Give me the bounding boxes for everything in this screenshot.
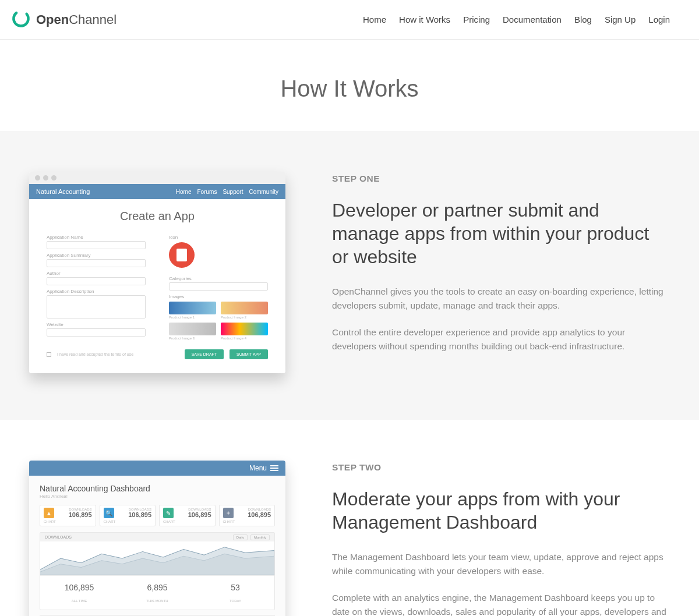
mock-label-website: Website bbox=[47, 322, 146, 327]
mock-label-author: Author bbox=[47, 271, 146, 276]
mock-textarea-desc bbox=[47, 295, 146, 318]
step-one-illustration: Natural Accounting Home Forums Support C… bbox=[29, 172, 285, 373]
mock-label-desc: Application Description bbox=[47, 289, 146, 294]
mock-site-name: Natural Accounting bbox=[36, 188, 90, 195]
mock-label-categories: Categories bbox=[169, 276, 268, 281]
logo-text: OpenChannel bbox=[36, 12, 116, 27]
mock-form-title: Create an App bbox=[47, 210, 268, 223]
logo[interactable]: OpenChannel bbox=[10, 8, 116, 31]
mock-img-cap-4: Product Image 4 bbox=[221, 337, 268, 340]
mock-tab-daily: Daily bbox=[233, 534, 248, 540]
mock-nav-home: Home bbox=[176, 189, 192, 195]
mock-dashboard-title: Natural Accounting Dashboard bbox=[40, 484, 275, 493]
mock-terms-text: I have read and accepted the terms of us… bbox=[57, 352, 179, 356]
nav-documentation[interactable]: Documentation bbox=[503, 15, 562, 24]
top-nav: Home How it Works Pricing Documentation … bbox=[363, 15, 670, 24]
mock-label-name: Application Name bbox=[47, 235, 146, 240]
mock-product-image-3 bbox=[169, 323, 216, 335]
mock-input-author bbox=[47, 277, 146, 285]
mock-label-summary: Application Summary bbox=[47, 253, 146, 258]
pencil-icon: ✎ bbox=[163, 508, 174, 518]
step-two-section: Menu Natural Accounting Dashboard Hello … bbox=[0, 420, 699, 616]
mock-nav-support: Support bbox=[223, 189, 243, 195]
mock-product-image-2 bbox=[221, 302, 268, 314]
step-one-paragraph-2: Control the entire developer experience … bbox=[332, 325, 670, 353]
nav-blog[interactable]: Blog bbox=[574, 15, 592, 24]
step-one-heading: Developer or partner submit and manage a… bbox=[332, 199, 670, 268]
nav-home[interactable]: Home bbox=[363, 15, 386, 24]
search-icon: 🔍 bbox=[104, 508, 114, 518]
mock-product-image-1 bbox=[169, 302, 216, 314]
mock-input-website bbox=[47, 328, 146, 337]
mock-greeting: Hello Andrea! bbox=[40, 494, 275, 499]
mock-stat-cards: ▲ DOWNLOADS106,895 CHART 🔍 DOWNLOADS106,… bbox=[40, 505, 275, 526]
mock-nav-forums: Forums bbox=[197, 189, 217, 195]
mock-terms-checkbox bbox=[47, 352, 51, 357]
svg-point-0 bbox=[10, 8, 31, 29]
mock-img-cap-3: Product Image 3 bbox=[169, 337, 216, 340]
step-two-paragraph-1: The Management Dashboard lets your team … bbox=[332, 550, 670, 578]
logo-icon bbox=[10, 8, 31, 31]
mock-label-images: Images bbox=[169, 294, 268, 299]
browser-chrome-icon bbox=[29, 172, 285, 184]
mock-submit-app-button: SUBMIT APP bbox=[230, 349, 268, 359]
mock-save-draft-button: SAVE DRAFT bbox=[185, 349, 224, 359]
nav-login[interactable]: Login bbox=[648, 15, 670, 24]
mock-input-categories bbox=[169, 282, 268, 291]
mock-dashboard-header: Menu bbox=[29, 461, 285, 476]
mock-stat-card: ✎ DOWNLOADS106,895 CHART bbox=[159, 505, 216, 526]
site-header: OpenChannel Home How it Works Pricing Do… bbox=[0, 0, 699, 40]
plus-icon: ＋ bbox=[223, 508, 234, 518]
mock-input-summary bbox=[47, 259, 146, 267]
mock-tab-monthly: Monthly bbox=[250, 534, 270, 540]
mock-app-icon bbox=[169, 242, 195, 268]
mock-stat-card: ＋ DOWNLOADS106,895 CHART bbox=[219, 505, 276, 526]
hero: How It Works bbox=[0, 40, 699, 131]
step-two-illustration: Menu Natural Accounting Dashboard Hello … bbox=[29, 461, 285, 616]
step-one-section: Natural Accounting Home Forums Support C… bbox=[0, 131, 699, 420]
cloud-up-icon: ▲ bbox=[44, 508, 54, 518]
hamburger-icon bbox=[270, 465, 278, 471]
step-one-label: STEP ONE bbox=[332, 172, 670, 186]
mock-product-image-4 bbox=[221, 323, 268, 335]
step-two-paragraph-2: Complete with an analytics engine, the M… bbox=[332, 591, 670, 616]
page-title: How It Works bbox=[0, 76, 699, 102]
nav-pricing[interactable]: Pricing bbox=[463, 15, 490, 24]
mock-stat-card: ▲ DOWNLOADS106,895 CHART bbox=[40, 505, 96, 526]
mock-panel-title: DOWNLOADS bbox=[45, 535, 72, 539]
mock-spark-chart bbox=[40, 541, 274, 575]
step-two-heading: Moderate your apps from with your Manage… bbox=[332, 487, 670, 534]
mock-img-cap-2: Product Image 2 bbox=[221, 316, 268, 319]
nav-how-it-works[interactable]: How it Works bbox=[399, 15, 450, 24]
mock-label-icon: Icon bbox=[169, 235, 268, 240]
mock-input-name bbox=[47, 241, 146, 249]
step-one-paragraph-1: OpenChannel gives you the tools to creat… bbox=[332, 285, 670, 313]
mock-downloads-chart-panel: DOWNLOADS Daily Monthly 106,895ALL TIME … bbox=[40, 532, 275, 610]
mock-nav-community: Community bbox=[249, 189, 278, 195]
mock-stat-card: 🔍 DOWNLOADS106,895 CHART bbox=[100, 505, 156, 526]
mock-img-cap-1: Product Image 1 bbox=[169, 316, 216, 319]
mock-menu-label: Menu bbox=[249, 464, 267, 472]
nav-signup[interactable]: Sign Up bbox=[605, 15, 636, 24]
mock-site-header: Natural Accounting Home Forums Support C… bbox=[29, 184, 285, 199]
step-two-label: STEP TWO bbox=[332, 461, 670, 475]
